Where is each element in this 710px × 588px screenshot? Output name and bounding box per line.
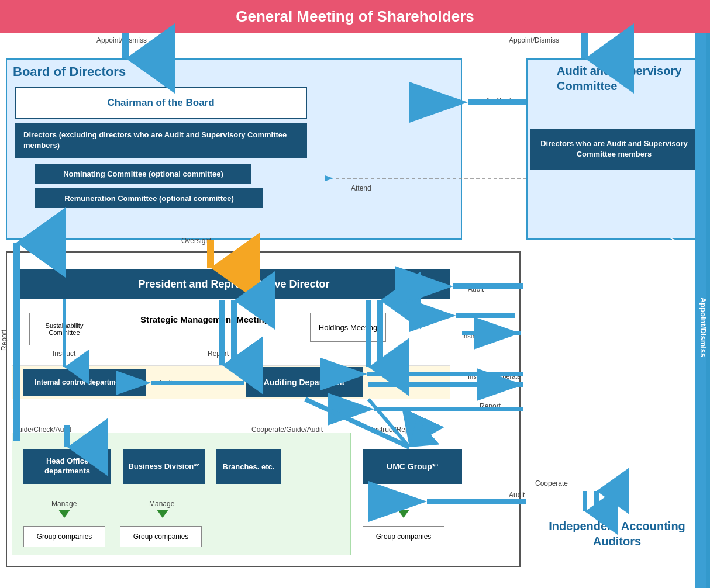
- auditing-dept-box: Auditing Department: [246, 367, 363, 397]
- umc-group-box: UMC Group*³: [363, 449, 462, 484]
- right-border-bar: [696, 33, 710, 588]
- head-office-box: Head Office departments: [23, 449, 111, 484]
- audit-directors-box: Directors who are Audit and Supervisory …: [530, 129, 698, 170]
- label-instruct-cooperate: Instruct/Cooperate: [468, 373, 521, 380]
- group-companies-3: Group companies: [363, 526, 444, 547]
- board-title: Board of Directors: [13, 64, 126, 79]
- branches-box: Branches. etc.: [216, 449, 281, 484]
- president-box: President and Representative Director: [18, 269, 450, 299]
- remuneration-committee-box: Remuneration Committee (optional committ…: [35, 188, 263, 208]
- label-audit-right2: Audit: [509, 491, 525, 499]
- label-audit-mid: Audit: [158, 379, 174, 387]
- label-instruct-report: Instruct/ Report: [462, 332, 506, 340]
- group-companies-2: Group companies: [120, 526, 202, 547]
- label-manage2: Manage: [149, 500, 174, 508]
- label-manage3: Manage: [386, 500, 411, 508]
- group-companies-1: Group companies: [23, 526, 105, 547]
- label-attend: Attend: [351, 184, 371, 192]
- independent-auditors-title: Independent Accounting Auditors: [532, 513, 702, 554]
- label-audit-right1: Audit: [468, 285, 484, 293]
- label-audit-etc: Audit, etc.: [485, 96, 516, 105]
- label-guide-check-audit: Guide/Check/Audit: [13, 426, 71, 434]
- label-report-mid: Report: [208, 350, 229, 358]
- label-cooperate-guide-audit: Cooperate/Guide/Audit: [251, 426, 323, 434]
- business-division-box: Business Division*²: [123, 449, 205, 484]
- sustainability-committee-box: Sustainability Committee: [29, 313, 99, 345]
- nominating-committee-box: Nominating Committee (optional committee…: [35, 164, 251, 184]
- label-appoint-right: Appoint/Dismiss: [509, 36, 559, 44]
- label-appoint-side: Appoint/Dismiss: [668, 238, 677, 288]
- directors-box: Directors (excluding directors who are A…: [15, 123, 307, 158]
- label-report-left: Report: [0, 330, 8, 351]
- banner-text: General Meeting of Shareholders: [236, 8, 474, 26]
- audit-committee-title: Audit and Supervisory Committee: [557, 63, 710, 94]
- holdings-meeting-box: Holdings Meeting: [310, 313, 386, 342]
- label-manage1: Manage: [51, 500, 77, 508]
- strategic-meeting-label: Strategic Management Meeting: [140, 314, 270, 325]
- label-report-right: Report: [480, 402, 501, 410]
- internal-control-box: Internal control departments*¹: [23, 369, 146, 396]
- chairman-box: Chairman of the Board: [15, 87, 307, 119]
- diagram-container: General Meeting of Shareholders Board of…: [0, 0, 710, 588]
- label-oversight: Oversight: [181, 237, 211, 245]
- label-instruct-report2: Instruct/Report: [371, 426, 418, 434]
- label-instruct: Instruct: [53, 350, 75, 358]
- label-appoint-left: Appoint/Dismiss: [96, 36, 147, 44]
- label-cooperate: Cooperate: [535, 479, 568, 487]
- banner: General Meeting of Shareholders: [0, 0, 710, 33]
